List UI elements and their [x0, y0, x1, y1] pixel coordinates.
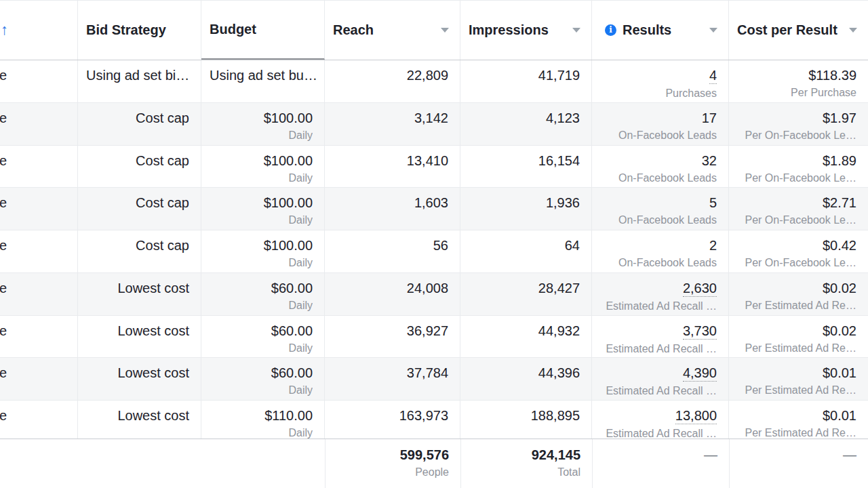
reach-cell: 163,973	[325, 401, 460, 439]
campaign-name-fragment[interactable]: e	[0, 237, 7, 253]
budget-cell[interactable]: $100.00Daily	[201, 146, 325, 188]
reach-cell: 56	[325, 230, 460, 272]
reach-value: 36,927	[407, 323, 448, 339]
cost-per-result-type: Per Estimated Ad Re…	[737, 299, 856, 312]
budget-cell[interactable]: $60.00Daily	[201, 316, 325, 358]
cost-per-result-value: $0.02	[823, 323, 856, 339]
campaign-name-cell[interactable]: e	[0, 188, 78, 230]
results-type: On-Facebook Leads	[600, 129, 717, 142]
column-header-reach[interactable]: Reach	[325, 0, 460, 60]
cost-per-result-type: Per On-Facebook Le…	[737, 129, 856, 142]
impressions-value: 1,936	[546, 195, 580, 211]
campaign-name-fragment[interactable]: e	[0, 195, 7, 211]
info-icon[interactable]: i	[605, 24, 616, 36]
campaign-name-fragment[interactable]: e	[0, 280, 7, 296]
column-header-name[interactable]: ↑ ↑	[0, 0, 78, 60]
campaign-name-cell[interactable]: e	[0, 230, 78, 272]
results-type: Estimated Ad Recall …	[600, 384, 717, 398]
results-type: On-Facebook Leads	[600, 256, 717, 270]
chevron-down-icon[interactable]	[441, 28, 449, 33]
cost-per-result-value: $0.02	[823, 280, 856, 296]
column-header-impressions[interactable]: Impressions	[460, 0, 592, 60]
reach-value: 1,603	[414, 195, 448, 211]
budget-cell[interactable]: $100.00Daily	[201, 188, 325, 230]
results-type: Estimated Ad Recall …	[600, 342, 717, 356]
bid-strategy-value: Cost cap	[136, 152, 189, 169]
campaign-name-fragment[interactable]: e	[0, 110, 7, 126]
impressions-cell: 1,936	[460, 188, 592, 230]
cost-per-result-cell: $0.42Per On-Facebook Le…	[729, 230, 868, 272]
impressions-value: 64	[565, 237, 580, 253]
budget-value: Using ad set bu…	[210, 67, 317, 83]
campaign-name-fragment[interactable]: e	[0, 152, 7, 169]
column-label: Cost per Result	[737, 22, 837, 38]
reach-cell: 1,603	[325, 188, 460, 230]
cost-per-result-value: $0.42	[823, 237, 856, 253]
impressions-cell: 44,396	[460, 358, 592, 400]
results-value: 2	[709, 237, 717, 253]
budget-period: Daily	[210, 426, 313, 439]
bid-strategy-value: Lowest cost	[117, 407, 189, 424]
budget-cell[interactable]: $110.00Daily	[201, 401, 325, 439]
results-value: 5	[709, 195, 717, 211]
budget-value: $60.00	[271, 323, 313, 339]
impressions-value: 188,895	[531, 407, 580, 424]
reach-cell: 36,927	[325, 316, 460, 358]
results-type: Estimated Ad Recall …	[600, 300, 717, 313]
table-row: e Lowest cost $60.00Daily 24,008 28,427 …	[0, 273, 868, 316]
cost-per-result-value: $118.39	[808, 67, 856, 83]
results-value[interactable]: 13,800	[675, 407, 717, 424]
bid-strategy-cell: Cost cap	[78, 146, 201, 188]
sort-ascending-icon[interactable]: ↑	[1, 21, 8, 39]
column-label: Bid Strategy	[86, 22, 166, 38]
bid-strategy-value: Lowest cost	[117, 280, 189, 296]
table-row: e Lowest cost $60.00Daily 36,927 44,932 …	[0, 316, 868, 359]
campaign-name-cell[interactable]: e	[0, 146, 78, 188]
campaign-name-cell[interactable]: e	[0, 316, 78, 358]
totals-impressions-cell: 924,145 Total	[460, 439, 592, 488]
results-value[interactable]: 4,390	[683, 365, 717, 382]
budget-cell[interactable]: $60.00Daily	[201, 273, 325, 315]
campaign-name-fragment[interactable]: e	[0, 323, 7, 339]
results-value[interactable]: 3,730	[683, 323, 717, 340]
budget-value: $100.00	[264, 237, 313, 253]
budget-period: Daily	[210, 214, 313, 227]
campaign-name-cell[interactable]: e	[0, 358, 78, 400]
budget-value: $60.00	[271, 280, 313, 296]
campaign-name-cell[interactable]: e	[0, 60, 78, 102]
reach-value: 37,784	[407, 365, 448, 381]
budget-cell[interactable]: $100.00Daily	[201, 103, 325, 145]
campaign-name-cell[interactable]: e	[0, 103, 78, 145]
campaign-name-cell[interactable]: e	[0, 401, 78, 439]
budget-cell[interactable]: $100.00Daily	[201, 230, 325, 272]
budget-period: Daily	[210, 171, 313, 185]
chevron-down-icon[interactable]	[849, 28, 857, 33]
campaign-name-cell[interactable]: e	[0, 273, 78, 315]
impressions-cell: 188,895	[460, 401, 592, 439]
campaign-name-fragment[interactable]: e	[0, 407, 7, 424]
results-total-dash: —	[704, 447, 717, 463]
table-body: e Using ad set bi… Using ad set bu… 22,8…	[0, 60, 868, 439]
results-cell: 3,730Estimated Ad Recall …	[592, 316, 729, 358]
column-header-cost-per-result[interactable]: Cost per Result	[729, 0, 868, 60]
table-row: e Cost cap $100.00Daily 1,603 1,936 5On-…	[0, 188, 868, 230]
column-header-bid-strategy[interactable]: Bid Strategy	[78, 0, 201, 60]
chevron-down-icon[interactable]	[572, 28, 580, 33]
table-row: e Lowest cost $60.00Daily 37,784 44,396 …	[0, 358, 868, 401]
budget-cell[interactable]: Using ad set bu…	[201, 60, 325, 102]
chevron-down-icon[interactable]	[709, 28, 717, 33]
column-header-results[interactable]: i Results	[592, 0, 729, 60]
totals-results-cell: —	[592, 439, 729, 488]
campaign-name-fragment[interactable]: e	[0, 67, 7, 83]
results-value[interactable]: 2,630	[683, 280, 717, 297]
column-header-budget[interactable]: Budget	[201, 0, 325, 60]
results-value[interactable]: 4	[709, 67, 717, 84]
results-cell: 32On-Facebook Leads	[592, 146, 729, 188]
budget-value: $110.00	[264, 407, 313, 424]
campaign-name-fragment[interactable]: e	[0, 365, 7, 381]
reach-cell: 22,809	[325, 60, 460, 102]
budget-cell[interactable]: $60.00Daily	[201, 358, 325, 400]
impressions-value: 44,932	[538, 323, 580, 339]
column-label: Impressions	[469, 22, 549, 38]
impressions-cell: 16,154	[460, 146, 592, 188]
